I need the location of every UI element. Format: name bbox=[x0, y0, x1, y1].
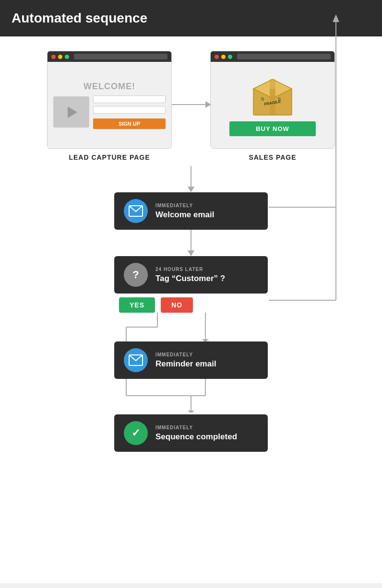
arrow-1 bbox=[188, 166, 194, 192]
pages-row: WELCOME! SIGN UP LEAD CAPTURE PAGE bbox=[0, 51, 382, 161]
arrow-2 bbox=[188, 230, 194, 256]
flow-wrapper: IMMEDIATELY Welcome email ? 24 HOURS LAT… bbox=[0, 166, 382, 452]
h-arrow-line bbox=[172, 104, 205, 105]
dot-green-2-icon bbox=[228, 55, 232, 59]
tag-check-step: ? 24 HOURS LATER Tag “Customer” ? bbox=[114, 256, 268, 294]
sequence-completed-container: ✓ IMMEDIATELY Sequence completed bbox=[114, 414, 268, 452]
reminder-timing: IMMEDIATELY bbox=[155, 352, 216, 357]
dot-yellow-icon bbox=[58, 55, 62, 59]
capture-row: SIGN UP bbox=[53, 95, 166, 129]
form-field-1 bbox=[93, 95, 166, 103]
browser-titlebar-lead bbox=[48, 51, 171, 62]
svg-text:⇅: ⇅ bbox=[277, 96, 281, 102]
reminder-email-step: IMMEDIATELY Reminder email bbox=[114, 341, 268, 379]
address-bar-2 bbox=[237, 54, 331, 59]
v-arrow-head-1-icon bbox=[188, 187, 194, 192]
welcome-timing: IMMEDIATELY bbox=[155, 203, 215, 208]
envelope-svg-2 bbox=[129, 354, 143, 366]
main-content: WELCOME! SIGN UP LEAD CAPTURE PAGE bbox=[0, 36, 382, 583]
lead-capture-page: WELCOME! SIGN UP LEAD CAPTURE PAGE bbox=[47, 51, 172, 161]
sequence-completed-step: ✓ IMMEDIATELY Sequence completed bbox=[114, 414, 268, 452]
lead-capture-content: WELCOME! SIGN UP bbox=[48, 62, 171, 148]
form-fields: SIGN UP bbox=[93, 95, 166, 129]
welcome-name: Welcome email bbox=[155, 210, 215, 220]
header: Automated sequence bbox=[0, 0, 382, 36]
buy-now-button[interactable]: BUY NOW bbox=[229, 121, 316, 136]
yes-branch-area bbox=[114, 313, 268, 341]
decision-row: YES NO bbox=[119, 297, 193, 313]
svg-marker-3 bbox=[270, 79, 275, 98]
v-arrow-line-1 bbox=[191, 166, 191, 187]
merge-svg bbox=[114, 379, 268, 412]
envelope-svg-1 bbox=[129, 205, 143, 217]
reminder-name: Reminder email bbox=[155, 359, 216, 369]
svg-marker-23 bbox=[188, 411, 194, 412]
sales-browser: FRAGILE ⇅ ⇅ BUY NOW bbox=[210, 51, 335, 149]
address-bar bbox=[74, 54, 167, 59]
no-button[interactable]: NO bbox=[161, 297, 193, 313]
check-icon: ✓ bbox=[124, 421, 148, 445]
signup-button[interactable]: SIGN UP bbox=[93, 118, 166, 129]
welcome-email-step: IMMEDIATELY Welcome email bbox=[114, 192, 268, 230]
lead-capture-browser: WELCOME! SIGN UP bbox=[47, 51, 172, 149]
lead-capture-label: LEAD CAPTURE PAGE bbox=[69, 153, 150, 161]
sales-page: FRAGILE ⇅ ⇅ BUY NOW SALES PAGE bbox=[210, 51, 335, 161]
package-box-icon: FRAGILE ⇅ ⇅ bbox=[249, 74, 297, 118]
merge-area bbox=[114, 379, 268, 412]
sequence-completed-text: IMMEDIATELY Sequence completed bbox=[155, 425, 237, 442]
yes-button[interactable]: YES bbox=[119, 297, 155, 313]
reminder-email-container: IMMEDIATELY Reminder email bbox=[114, 341, 268, 379]
tag-name: Tag “Customer” ? bbox=[155, 274, 225, 283]
tag-check-text: 24 HOURS LATER Tag “Customer” ? bbox=[155, 267, 225, 283]
dot-green-icon bbox=[65, 55, 69, 59]
v-arrow-line-2 bbox=[191, 230, 191, 250]
welcome-text: WELCOME! bbox=[84, 82, 135, 92]
email-icon-1 bbox=[124, 199, 148, 223]
dot-red-icon bbox=[51, 55, 56, 59]
v-arrow-head-2-icon bbox=[188, 250, 194, 256]
form-field-2 bbox=[93, 106, 166, 114]
yes-branch-svg bbox=[114, 313, 268, 341]
page-title: Automated sequence bbox=[12, 11, 147, 25]
welcome-email-container: IMMEDIATELY Welcome email bbox=[114, 192, 268, 230]
email-icon-2 bbox=[124, 348, 148, 372]
tag-timing: 24 HOURS LATER bbox=[155, 267, 225, 272]
sales-label: SALES PAGE bbox=[249, 153, 296, 161]
horizontal-arrow bbox=[172, 101, 211, 108]
video-placeholder bbox=[53, 96, 89, 128]
play-icon bbox=[68, 106, 77, 118]
h-arrow-head-icon bbox=[205, 101, 211, 108]
dot-red-2-icon bbox=[215, 55, 219, 59]
tag-check-container: ? 24 HOURS LATER Tag “Customer” ? YES NO bbox=[114, 256, 268, 313]
completed-timing: IMMEDIATELY bbox=[155, 425, 237, 430]
question-icon: ? bbox=[124, 263, 148, 287]
svg-text:⇅: ⇅ bbox=[261, 96, 264, 102]
welcome-email-text: IMMEDIATELY Welcome email bbox=[155, 203, 215, 220]
sales-content: FRAGILE ⇅ ⇅ BUY NOW bbox=[211, 62, 334, 148]
reminder-email-text: IMMEDIATELY Reminder email bbox=[155, 352, 216, 369]
browser-titlebar-sales bbox=[211, 51, 334, 62]
dot-yellow-2-icon bbox=[221, 55, 226, 59]
completed-name: Sequence completed bbox=[155, 432, 237, 442]
